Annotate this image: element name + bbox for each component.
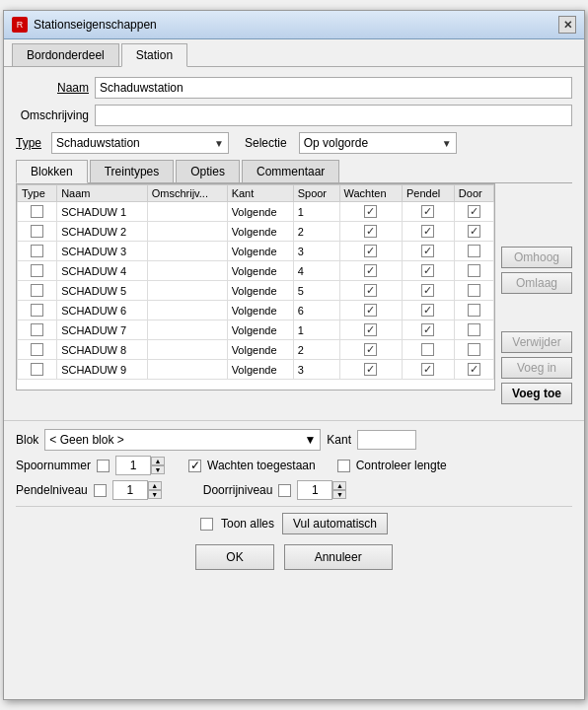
- checkbox[interactable]: ✓: [421, 284, 434, 297]
- checkbox[interactable]: ✓: [468, 205, 480, 218]
- kant-label: Kant: [327, 433, 351, 447]
- pendelniveau-up[interactable]: ▲: [148, 481, 162, 490]
- table-row[interactable]: SCHADUW 9 Volgende 3 ✓ ✓ ✓: [18, 360, 494, 380]
- doorrijniveau-down[interactable]: ▼: [332, 490, 346, 499]
- pendelniveau-down[interactable]: ▼: [148, 490, 162, 499]
- type-selectie-row: Type Schaduwstation ▼ Selectie Op volgor…: [16, 132, 572, 154]
- kant-cell: Volgende: [227, 360, 293, 380]
- table-row[interactable]: SCHADUW 2 Volgende 2 ✓ ✓ ✓: [18, 222, 494, 242]
- toon-row: Toon alles Vul automatisch: [16, 513, 572, 534]
- checkbox[interactable]: ✓: [364, 363, 377, 376]
- checkbox[interactable]: ✓: [364, 205, 377, 218]
- checkbox[interactable]: [31, 205, 43, 218]
- controleer-checkbox[interactable]: [337, 460, 350, 472]
- checkbox[interactable]: ✓: [364, 343, 377, 356]
- checkbox[interactable]: ✓: [364, 245, 377, 257]
- table-row[interactable]: SCHADUW 8 Volgende 2 ✓: [18, 340, 494, 360]
- table-row[interactable]: SCHADUW 1 Volgende 1 ✓ ✓ ✓: [18, 202, 494, 222]
- checkbox[interactable]: ✓: [421, 264, 434, 277]
- checkbox[interactable]: ✓: [421, 304, 434, 317]
- table-row[interactable]: SCHADUW 3 Volgende 3 ✓ ✓: [18, 242, 494, 261]
- naam-input[interactable]: [95, 77, 572, 99]
- tab-treintypes[interactable]: Treintypes: [90, 160, 175, 182]
- doorrijniveau-checkbox[interactable]: [278, 484, 291, 497]
- spoornummer-input[interactable]: [115, 456, 151, 475]
- checkbox[interactable]: ✓: [421, 323, 434, 336]
- checkbox[interactable]: ✓: [468, 225, 480, 238]
- annuleer-button[interactable]: Annuleer: [284, 544, 393, 570]
- pendelniveau-input[interactable]: [112, 480, 148, 500]
- checkbox[interactable]: ✓: [421, 225, 434, 238]
- checkbox[interactable]: ✓: [364, 284, 377, 297]
- table-row[interactable]: SCHADUW 7 Volgende 1 ✓ ✓: [18, 320, 494, 340]
- checkbox[interactable]: ✓: [364, 264, 377, 277]
- blokken-table: Type Naam Omschrijv... Kant Spoor Wachte…: [17, 184, 494, 380]
- checkbox[interactable]: [31, 225, 43, 238]
- doorrijniveau-spinner: ▲ ▼: [332, 481, 346, 499]
- voeg-in-button[interactable]: Voeg in: [501, 357, 572, 379]
- checkbox[interactable]: [468, 323, 480, 336]
- checkbox[interactable]: [468, 284, 480, 297]
- omlaag-button[interactable]: Omlaag: [501, 272, 572, 294]
- selectie-select[interactable]: Op volgorde ▼: [299, 132, 457, 154]
- omhoog-button[interactable]: Omhoog: [501, 247, 572, 268]
- omschrijving-input[interactable]: [95, 105, 572, 126]
- table-row[interactable]: SCHADUW 4 Volgende 4 ✓ ✓: [18, 261, 494, 281]
- checkbox[interactable]: [468, 264, 480, 277]
- blok-select[interactable]: < Geen blok > ▼: [44, 429, 321, 451]
- checkbox[interactable]: ✓: [364, 304, 377, 317]
- omschrijv-cell: [147, 222, 227, 242]
- checkbox[interactable]: [31, 363, 43, 376]
- spoor-cell: 2: [293, 340, 339, 360]
- spoornummer-checkbox[interactable]: [97, 460, 110, 472]
- checkbox[interactable]: [31, 284, 43, 297]
- spoornummer-row: Spoornummer ▲ ▼ ✓ Wachten toegestaan Con…: [16, 456, 572, 475]
- doorrijniveau-group: ▲ ▼: [297, 480, 346, 500]
- tab-bordonderdeel[interactable]: Bordonderdeel: [12, 43, 119, 66]
- checkbox[interactable]: [31, 343, 43, 356]
- tab-station[interactable]: Station: [121, 43, 187, 67]
- checkbox[interactable]: ✓: [421, 205, 434, 218]
- omschrijv-cell: [147, 340, 227, 360]
- toon-alles-checkbox[interactable]: [200, 518, 213, 531]
- checkbox[interactable]: [468, 304, 480, 317]
- checkbox[interactable]: ✓: [421, 363, 434, 376]
- checkbox[interactable]: ✓: [364, 323, 377, 336]
- voeg-toe-button[interactable]: Voeg toe: [501, 383, 572, 404]
- omschrijv-cell: [147, 242, 227, 261]
- checkbox[interactable]: ✓: [364, 225, 377, 238]
- wachten-checkbox[interactable]: ✓: [188, 460, 201, 472]
- tab-blokken[interactable]: Blokken: [16, 160, 88, 183]
- table-row[interactable]: SCHADUW 6 Volgende 6 ✓ ✓: [18, 301, 494, 320]
- verwijder-button[interactable]: Verwijder: [501, 331, 572, 353]
- checkbox[interactable]: [468, 343, 480, 356]
- kant-cell: Volgende: [227, 242, 293, 261]
- checkbox[interactable]: [31, 304, 43, 317]
- naam-cell: SCHADUW 9: [57, 360, 148, 380]
- doorrijniveau-up[interactable]: ▲: [332, 481, 346, 490]
- pendelniveau-checkbox[interactable]: [94, 484, 107, 497]
- checkbox[interactable]: [31, 264, 43, 277]
- close-button[interactable]: ✕: [558, 16, 576, 34]
- vul-automatisch-button[interactable]: Vul automatisch: [282, 513, 388, 534]
- checkbox[interactable]: [468, 245, 480, 257]
- naam-row: Naam: [16, 77, 572, 99]
- naam-cell: SCHADUW 3: [57, 242, 148, 261]
- tab-opties[interactable]: Opties: [176, 160, 240, 182]
- type-select[interactable]: Schaduwstation ▼: [51, 132, 229, 154]
- omschrijving-label: Omschrijving: [16, 108, 95, 122]
- naam-cell: SCHADUW 7: [57, 320, 148, 340]
- kant-input[interactable]: [357, 430, 416, 450]
- checkbox[interactable]: [421, 343, 434, 356]
- checkbox[interactable]: ✓: [421, 245, 434, 257]
- table-row[interactable]: SCHADUW 5 Volgende 5 ✓ ✓: [18, 281, 494, 301]
- tab-commentaar[interactable]: Commentaar: [242, 160, 339, 182]
- ok-button[interactable]: OK: [195, 544, 273, 570]
- doorrijniveau-input[interactable]: [297, 480, 332, 500]
- col-naam: Naam: [57, 185, 148, 202]
- checkbox[interactable]: [31, 323, 43, 336]
- spoornummer-up[interactable]: ▲: [151, 457, 165, 465]
- checkbox[interactable]: ✓: [468, 363, 480, 376]
- spoornummer-down[interactable]: ▼: [151, 465, 165, 474]
- checkbox[interactable]: [31, 245, 43, 257]
